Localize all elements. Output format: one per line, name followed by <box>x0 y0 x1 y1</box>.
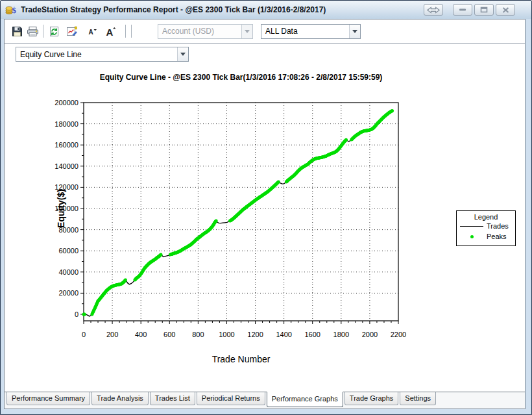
toolbar-separator <box>125 25 126 38</box>
svg-text:1200: 1200 <box>247 331 263 338</box>
titlebar: $ TradeStation Strategy Performance Repo… <box>1 1 531 19</box>
data-range-dropdown-button <box>349 25 360 38</box>
data-range-dropdown-value: ALL Data <box>261 25 349 38</box>
legend-title: Legend <box>457 211 515 221</box>
window-title: TradeStation Strategy Performance Report… <box>21 5 422 14</box>
account-dropdown-button <box>241 25 252 38</box>
report-properties-icon <box>66 26 78 37</box>
print-icon <box>27 26 39 37</box>
chevron-down-icon <box>352 30 357 33</box>
tab-periodical-returns[interactable]: Periodical Returns <box>197 392 265 405</box>
account-dropdown[interactable]: Account (USD) <box>158 24 253 39</box>
detach-arrows-icon <box>426 6 441 14</box>
svg-text:$: $ <box>12 5 16 15</box>
equity-curve-chart: Equity Curve Line - @ES 2300 Tick Bar(1/… <box>5 44 526 394</box>
svg-text:600: 600 <box>163 331 175 338</box>
detach-button[interactable] <box>424 4 443 16</box>
svg-text:A: A <box>106 26 114 37</box>
svg-text:400: 400 <box>135 331 147 338</box>
increase-font-icon: A <box>105 26 117 37</box>
svg-text:2200: 2200 <box>391 331 406 338</box>
svg-text:160000: 160000 <box>54 141 79 149</box>
svg-text:1000: 1000 <box>219 331 234 338</box>
minimize-button[interactable] <box>453 4 472 16</box>
window-controls <box>422 4 515 16</box>
minimize-icon <box>459 7 466 12</box>
svg-text:1600: 1600 <box>304 331 320 338</box>
chevron-down-icon <box>245 30 250 33</box>
toolbar-separator <box>43 25 43 38</box>
svg-text:20000: 20000 <box>58 289 79 297</box>
svg-text:1400: 1400 <box>276 331 291 338</box>
legend-peaks-label: Peaks <box>487 233 507 240</box>
performance-graphs-page: Equity Curve Line Equity Curve Line - @E… <box>5 44 525 409</box>
save-icon <box>12 26 23 37</box>
decrease-font-icon: A <box>88 26 98 36</box>
tab-performance-summary[interactable]: Performance Summary <box>6 392 90 405</box>
svg-text:Trade Number: Trade Number <box>212 354 271 364</box>
svg-text:80000: 80000 <box>58 226 79 234</box>
print-button[interactable] <box>25 23 40 39</box>
chart-legend: Legend Trades Peaks <box>456 210 516 246</box>
svg-text:2000: 2000 <box>362 331 378 338</box>
toolbar-separator <box>131 25 132 38</box>
svg-text:100000: 100000 <box>54 205 79 212</box>
decrease-font-button[interactable]: A <box>85 23 101 39</box>
tab-trade-graphs[interactable]: Trade Graphs <box>345 392 398 405</box>
svg-text:A: A <box>88 29 93 36</box>
svg-text:120000: 120000 <box>54 183 79 191</box>
window: $ TradeStation Strategy Performance Repo… <box>0 0 532 415</box>
close-button[interactable] <box>496 4 515 16</box>
report-frame: A A Account (USD) ALL Data <box>4 19 526 409</box>
refresh-icon <box>49 26 60 37</box>
svg-text:0: 0 <box>82 331 86 338</box>
restore-icon <box>480 6 488 13</box>
save-button[interactable] <box>9 23 25 39</box>
svg-text:1800: 1800 <box>333 331 349 338</box>
trades-line-swatch <box>457 226 487 227</box>
legend-row-peaks: Peaks <box>457 231 515 242</box>
tab-trade-analysis[interactable]: Trade Analysis <box>91 392 149 405</box>
svg-text:140000: 140000 <box>54 162 79 170</box>
toolbar: A A Account (USD) ALL Data <box>5 19 525 44</box>
peaks-dot-icon <box>457 235 487 238</box>
svg-text:Equity Curve Line - @ES 2300 T: Equity Curve Line - @ES 2300 Tick Bar(1/… <box>100 73 383 82</box>
legend-row-trades: Trades <box>457 221 515 231</box>
legend-trades-label: Trades <box>487 222 509 230</box>
svg-text:200000: 200000 <box>54 99 79 107</box>
svg-text:40000: 40000 <box>58 268 79 276</box>
restore-button[interactable] <box>474 4 494 16</box>
svg-text:800: 800 <box>192 331 204 338</box>
tab-trades-list[interactable]: Trades List <box>150 392 195 405</box>
account-dropdown-value: Account (USD) <box>158 25 241 38</box>
properties-button[interactable] <box>64 23 80 39</box>
report-tabstrip: Performance SummaryTrade AnalysisTrades … <box>5 392 525 409</box>
svg-text:200: 200 <box>106 331 118 338</box>
tab-settings[interactable]: Settings <box>400 392 436 405</box>
refresh-button[interactable] <box>46 23 62 39</box>
increase-font-button[interactable]: A <box>103 23 119 39</box>
svg-text:180000: 180000 <box>54 120 79 128</box>
data-range-dropdown[interactable]: ALL Data <box>261 24 361 39</box>
svg-text:0: 0 <box>75 310 79 318</box>
close-icon <box>502 7 509 13</box>
svg-text:60000: 60000 <box>58 247 79 255</box>
tab-performance-graphs[interactable]: Performance Graphs <box>267 392 343 407</box>
app-icon: $ <box>5 5 17 15</box>
